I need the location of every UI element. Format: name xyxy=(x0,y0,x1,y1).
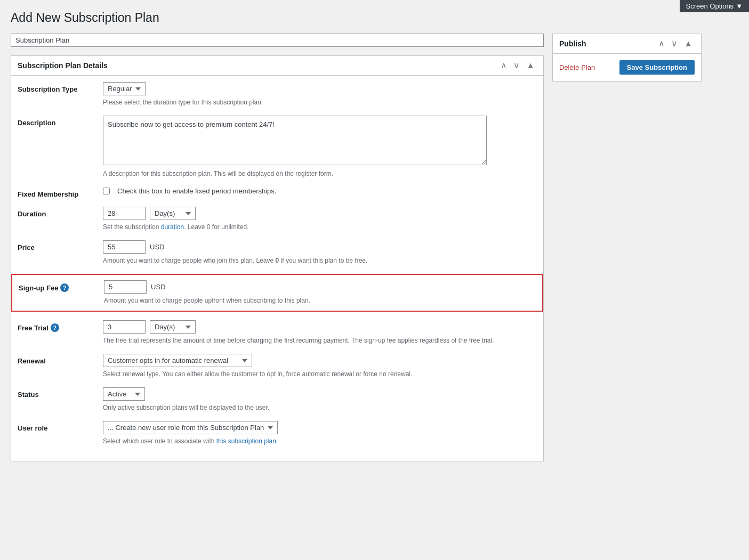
duration-input[interactable] xyxy=(103,207,146,220)
free-trial-help-icon[interactable]: ? xyxy=(51,323,59,332)
metabox-down-button[interactable]: ∨ xyxy=(511,60,522,71)
subscription-type-select[interactable]: Regular Lifetime Free xyxy=(103,82,146,95)
duration-help: Set the subscription duration. Leave 0 f… xyxy=(103,222,537,232)
renewal-help: Select renewal type. You can either allo… xyxy=(103,369,537,379)
duration-unit-select[interactable]: Day(s) Week(s) Month(s) Year(s) xyxy=(150,207,196,220)
subscription-type-field: Regular Lifetime Free Please select the … xyxy=(103,82,537,107)
free-trial-field: Day(s) Week(s) Month(s) Year(s) The free… xyxy=(103,320,537,345)
signup-fee-help-icon[interactable]: ? xyxy=(60,283,69,292)
free-trial-help: The free trial represents the amount of … xyxy=(103,336,537,345)
fixed-membership-label: Fixed Membership xyxy=(18,187,103,198)
fixed-membership-checkbox[interactable] xyxy=(103,188,110,194)
save-subscription-button[interactable]: Save Subscription xyxy=(619,60,695,75)
user-role-row: User role ... Create new user role from … xyxy=(18,421,537,446)
fixed-membership-field: Check this box to enable fixed period me… xyxy=(103,187,537,195)
description-help: A description for this subscription plan… xyxy=(103,169,537,178)
status-row: Status Active Inactive Only active subsc… xyxy=(18,387,537,412)
publish-down-button[interactable]: ∨ xyxy=(669,38,680,49)
status-label: Status xyxy=(18,387,103,399)
duration-field: Day(s) Week(s) Month(s) Year(s) Set the … xyxy=(103,207,537,232)
signup-fee-row: Sign-up Fee ? USD Amount you want to cha… xyxy=(19,280,536,305)
free-trial-label: Free Trial xyxy=(18,324,49,332)
status-select[interactable]: Active Inactive xyxy=(103,387,145,401)
signup-fee-input[interactable] xyxy=(104,280,147,294)
user-role-select[interactable]: ... Create new user role from this Subsc… xyxy=(103,421,278,434)
publish-body: Delete Plan Save Subscription xyxy=(553,54,701,81)
publish-header: Publish ∧ ∨ ▲ xyxy=(553,34,701,54)
subscription-type-label: Subscription Type xyxy=(18,82,103,93)
signup-fee-field: USD Amount you want to charge people upf… xyxy=(104,280,536,305)
screen-options-label: Screen Options xyxy=(686,2,734,10)
renewal-select[interactable]: Customer opts in for automatic renewal F… xyxy=(103,354,252,367)
publish-toggle-button[interactable]: ▲ xyxy=(682,38,695,49)
metabox-header: Subscription Plan Details ∧ ∨ ▲ xyxy=(11,56,543,76)
metabox-controls: ∧ ∨ ▲ xyxy=(498,60,537,71)
metabox-up-button[interactable]: ∧ xyxy=(498,60,509,71)
free-trial-input[interactable] xyxy=(103,320,146,334)
signup-fee-help: Amount you want to charge people upfront… xyxy=(104,296,536,305)
renewal-row: Renewal Customer opts in for automatic r… xyxy=(18,354,537,379)
user-role-field: ... Create new user role from this Subsc… xyxy=(103,421,537,446)
duration-row: Duration Day(s) Week(s) Month(s) Year(s) xyxy=(18,207,537,232)
renewal-field: Customer opts in for automatic renewal F… xyxy=(103,354,537,379)
metabox-title: Subscription Plan Details xyxy=(18,61,108,70)
free-trial-unit-select[interactable]: Day(s) Week(s) Month(s) Year(s) xyxy=(150,320,196,334)
subscription-details-metabox: Subscription Plan Details ∧ ∨ ▲ Subscrip… xyxy=(11,55,544,461)
status-help: Only active subscription plans will be d… xyxy=(103,403,537,412)
metabox-toggle-button[interactable]: ▲ xyxy=(524,60,537,71)
description-label: Description xyxy=(18,116,103,127)
price-row: Price USD Amount you want to charge peop… xyxy=(18,240,537,265)
free-trial-row: Free Trial ? Day(s) Week(s) Month(s) Ye xyxy=(18,320,537,345)
description-field: Subscribe now to get access to premium c… xyxy=(103,116,537,178)
delete-plan-link[interactable]: Delete Plan xyxy=(559,63,595,71)
page-title: Add New Subscription Plan xyxy=(11,11,738,25)
renewal-label: Renewal xyxy=(18,354,103,365)
main-content: Subscription Plan Details ∧ ∨ ▲ Subscrip… xyxy=(11,34,544,470)
publish-up-button[interactable]: ∧ xyxy=(656,38,667,49)
description-textarea[interactable]: Subscribe now to get access to premium c… xyxy=(103,116,487,165)
status-field: Active Inactive Only active subscription… xyxy=(103,387,537,412)
fixed-membership-row: Fixed Membership Check this box to enabl… xyxy=(18,187,537,198)
price-label: Price xyxy=(18,240,103,251)
user-role-link[interactable]: this subscription plan xyxy=(216,437,276,445)
subscription-type-row: Subscription Type Regular Lifetime Free … xyxy=(18,82,537,107)
user-role-help: Select which user role to associate with… xyxy=(103,436,537,446)
publish-controls: ∧ ∨ ▲ xyxy=(656,38,695,49)
price-input[interactable] xyxy=(103,240,146,254)
description-row: Description Subscribe now to get access … xyxy=(18,116,537,178)
duration-label: Duration xyxy=(18,207,103,218)
metabox-body: Subscription Type Regular Lifetime Free … xyxy=(11,76,543,461)
publish-title: Publish xyxy=(559,39,586,48)
screen-options-bar[interactable]: Screen Options ▼ xyxy=(680,0,749,12)
price-field: USD Amount you want to charge people who… xyxy=(103,240,537,265)
signup-fee-box: Sign-up Fee ? USD Amount you want to cha… xyxy=(11,274,543,312)
fixed-membership-checkbox-label: Check this box to enable fixed period me… xyxy=(117,187,276,195)
duration-link[interactable]: duration xyxy=(161,223,184,231)
screen-options-chevron: ▼ xyxy=(736,2,743,10)
free-trial-label-container: Free Trial ? xyxy=(18,320,103,332)
sidebar: Publish ∧ ∨ ▲ Delete Plan Save Subscript… xyxy=(552,34,702,470)
signup-fee-label-container: Sign-up Fee ? xyxy=(19,280,104,292)
signup-fee-label: Sign-up Fee xyxy=(19,284,58,292)
subscription-type-help: Please select the duration type for this… xyxy=(103,98,537,107)
signup-fee-currency: USD xyxy=(151,283,165,291)
price-help: Amount you want to charge people who joi… xyxy=(103,256,537,265)
user-role-label: User role xyxy=(18,421,103,432)
plan-title-input[interactable] xyxy=(11,34,544,47)
price-currency: USD xyxy=(150,243,164,251)
publish-box: Publish ∧ ∨ ▲ Delete Plan Save Subscript… xyxy=(552,34,702,82)
